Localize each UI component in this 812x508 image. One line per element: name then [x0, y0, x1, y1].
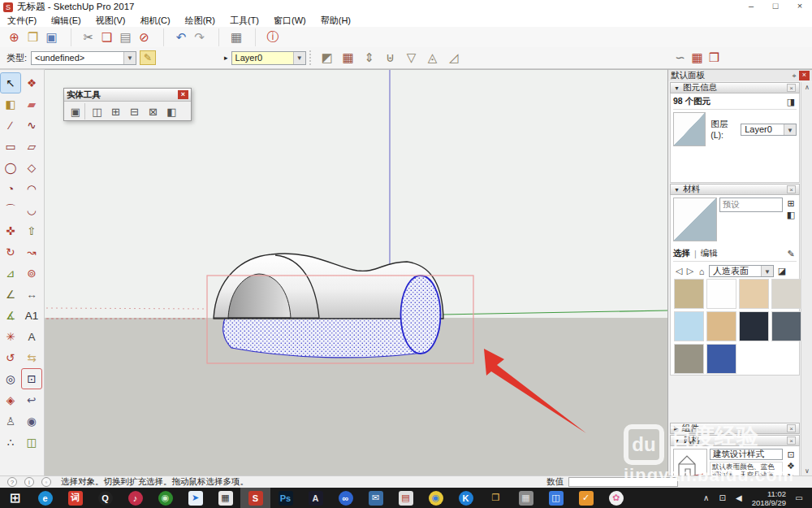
menu-item[interactable]: 相机(C) — [132, 14, 177, 27]
display-icon[interactable]: ⊡ — [715, 493, 731, 502]
tape-measure-tool[interactable]: ∠ — [1, 284, 20, 304]
make-component-tool[interactable]: ❖ — [22, 73, 41, 93]
lasso-icon[interactable]: ∽ — [672, 49, 689, 67]
rectangle-tool[interactable]: ▭ — [1, 137, 20, 156]
rotated-rectangle-tool[interactable]: ▱ — [22, 137, 41, 156]
solid-tools-palette[interactable]: 实体工具 × ▣◫⊞⊟⊠◧ — [63, 88, 192, 121]
protractor-tool[interactable]: ∡ — [1, 306, 20, 325]
undo-button[interactable]: ↶ — [163, 28, 190, 46]
section-materials[interactable]: ▼ 材料 × — [670, 184, 800, 195]
pink-app[interactable]: ✿ — [601, 488, 631, 508]
back-icon[interactable]: ◁ — [673, 266, 685, 277]
blue-box-app[interactable]: ◫ — [541, 488, 571, 508]
style-name-field[interactable]: 建筑设计样式 — [710, 449, 783, 460]
look-around-tool[interactable]: ◉ — [22, 411, 41, 431]
thunder-app[interactable]: ➤ — [180, 488, 210, 508]
chevron-down-icon[interactable]: ▼ — [293, 52, 305, 64]
move-tool[interactable]: ✜ — [1, 221, 20, 241]
push-pull-tool[interactable]: ⇧ — [22, 221, 41, 241]
menu-item[interactable]: 窗口(W) — [266, 14, 313, 27]
cylinder-end-face[interactable] — [401, 276, 441, 354]
chevron-down-icon[interactable]: ▼ — [761, 266, 773, 276]
union-button[interactable]: ⊞ — [106, 103, 125, 119]
intersect-button[interactable]: ◫ — [88, 103, 106, 119]
monitor-icon[interactable]: ⊡ — [785, 449, 797, 460]
copy-button[interactable]: ❏ — [97, 28, 116, 46]
tray-expand-icon[interactable]: ∧ — [698, 493, 715, 502]
chrome-app[interactable]: ◉ — [421, 488, 451, 508]
redo-button[interactable]: ↷ — [190, 28, 209, 46]
pan-tool[interactable]: ⇆ — [22, 348, 41, 367]
stamp-button[interactable]: ⊎ — [380, 49, 401, 67]
material-swatch[interactable] — [706, 344, 736, 374]
tab-select[interactable]: 选择 — [673, 248, 690, 259]
menu-item[interactable]: 编辑(E) — [44, 14, 89, 27]
forward-icon[interactable]: ▷ — [685, 266, 696, 277]
material-swatch[interactable] — [771, 279, 801, 309]
clock[interactable]: 11:02 2018/9/29 — [752, 489, 786, 507]
minimize-button[interactable]: – — [739, 0, 763, 14]
material-swatch[interactable] — [706, 311, 736, 341]
smoove-button[interactable]: ⇕ — [359, 49, 380, 67]
menu-item[interactable]: 绘图(R) — [178, 14, 222, 27]
follow-me-tool[interactable]: ↝ — [22, 242, 41, 262]
close-icon[interactable]: × — [787, 436, 796, 445]
walk-tool[interactable]: ∴ — [1, 432, 20, 452]
open-button[interactable]: ❐ — [24, 28, 42, 46]
close-icon[interactable]: × — [799, 71, 810, 80]
material-swatch[interactable] — [771, 311, 801, 341]
print-button[interactable]: ▦ — [218, 28, 245, 46]
menu-item[interactable]: 帮助(H) — [313, 14, 358, 27]
previous-view-tool[interactable]: ↩ — [22, 390, 41, 410]
panel-scrollbar[interactable]: ∧ ∨ — [801, 82, 812, 476]
cylinder-body[interactable] — [223, 316, 422, 358]
youdao-app[interactable]: 词 — [60, 488, 90, 508]
update-style-icon[interactable]: ❖ — [785, 460, 797, 471]
create-material-icon[interactable]: ⊞ — [785, 198, 797, 209]
freehand-tool[interactable]: ∿ — [22, 115, 41, 135]
maximize-button[interactable]: □ — [763, 0, 788, 14]
eraser-tool[interactable]: ▰ — [22, 94, 41, 114]
gray-app[interactable]: ▦ — [511, 488, 541, 508]
zoom-window-tool[interactable]: ⊡ — [22, 369, 41, 389]
baidu-disk-app[interactable]: ∞ — [330, 488, 361, 508]
chevron-down-icon[interactable]: ▼ — [123, 52, 136, 64]
rotate-tool[interactable]: ↻ — [1, 242, 20, 262]
circle-tool[interactable]: ◯ — [1, 158, 20, 177]
erase-button[interactable]: ⊘ — [135, 28, 153, 46]
help-icon[interactable]: ◦ — [41, 477, 51, 487]
menu-item[interactable]: 视图(V) — [89, 14, 133, 27]
arc-3pt-tool[interactable]: ◡ — [22, 200, 41, 219]
split-button[interactable]: ◧ — [162, 103, 181, 119]
section-styles[interactable]: ▼ 风格 × — [670, 435, 800, 446]
model-info-button[interactable]: ⓘ — [255, 28, 282, 46]
line-tool[interactable]: ∕ — [1, 115, 20, 135]
credits-icon[interactable]: i — [24, 477, 34, 487]
zoom-tool[interactable]: ◎ — [1, 369, 20, 389]
notification-icon[interactable]: ▭ — [791, 493, 807, 502]
start-button[interactable]: ⊞ — [0, 488, 30, 508]
arc-2pt-tool[interactable]: ◠ — [22, 179, 41, 198]
menu-item[interactable]: 工具(T) — [222, 14, 266, 27]
zoom-extents-tool[interactable]: ◈ — [1, 390, 20, 410]
3d-text-tool[interactable]: A — [22, 327, 41, 346]
material-swatch[interactable] — [674, 279, 704, 309]
material-swatch[interactable] — [739, 279, 769, 309]
scale-tool[interactable]: ⊿ — [1, 263, 20, 283]
earth-app[interactable]: ◉ — [150, 488, 180, 508]
material-name-field[interactable]: 预设 — [719, 198, 783, 212]
from-contours-button[interactable]: ◩ — [317, 49, 338, 67]
illustrator-like-app[interactable]: A — [300, 488, 330, 508]
file-explorer[interactable]: ❒ — [481, 488, 511, 508]
pin-icon[interactable]: ⌖ — [789, 72, 799, 80]
subtract-button[interactable]: ⊟ — [125, 103, 144, 119]
menu-item[interactable]: 文件(F) — [0, 14, 44, 27]
model-canvas[interactable] — [45, 69, 667, 475]
entity-layer-combo[interactable]: Layer0 ▼ — [741, 124, 797, 136]
detach-icon[interactable]: ◨ — [785, 96, 797, 107]
polygon-tool[interactable]: ◇ — [22, 158, 41, 177]
tab-edit[interactable]: 编辑 — [701, 248, 718, 259]
close-icon[interactable]: × — [787, 185, 796, 193]
music-app[interactable]: ♪ — [120, 488, 150, 508]
red-toolbar-icon-2[interactable]: ❒ — [706, 49, 723, 67]
